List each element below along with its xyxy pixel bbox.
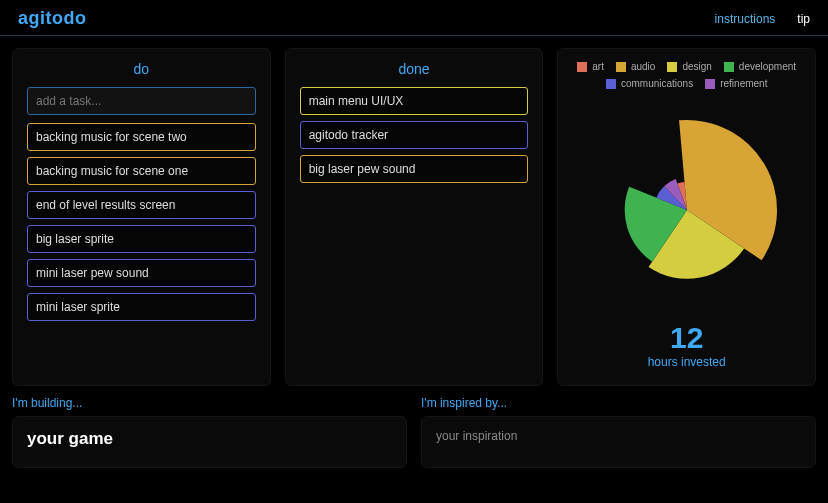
legend-swatch <box>705 79 715 89</box>
legend-swatch <box>606 79 616 89</box>
do-panel: do backing music for scene twobacking mu… <box>12 48 271 386</box>
legend-label: development <box>739 61 796 72</box>
task-item[interactable]: backing music for scene two <box>27 123 256 151</box>
legend-item: art <box>577 61 604 72</box>
task-item[interactable]: end of level results screen <box>27 191 256 219</box>
hours-number: 12 <box>670 323 703 353</box>
do-task-list: backing music for scene twobacking music… <box>27 123 256 321</box>
task-item[interactable]: big laser pew sound <box>300 155 529 183</box>
task-item[interactable]: backing music for scene one <box>27 157 256 185</box>
building-block: I'm building... your game <box>12 396 407 468</box>
header: agitodo instructions tip <box>0 0 828 36</box>
legend-swatch <box>667 62 677 72</box>
task-item[interactable]: agitodo tracker <box>300 121 529 149</box>
building-value[interactable]: your game <box>12 416 407 468</box>
legend-label: design <box>682 61 711 72</box>
done-title: done <box>300 61 529 77</box>
chart-wrap <box>587 97 787 323</box>
hours-label: hours invested <box>648 355 726 369</box>
legend-swatch <box>724 62 734 72</box>
add-task-input[interactable] <box>27 87 256 115</box>
task-item[interactable]: main menu UI/UX <box>300 87 529 115</box>
pie-chart <box>587 110 787 310</box>
legend-swatch <box>577 62 587 72</box>
done-panel: done main menu UI/UXagitodo trackerbig l… <box>285 48 544 386</box>
stats-panel: artaudiodesigndevelopmentcommunicationsr… <box>557 48 816 386</box>
legend-swatch <box>616 62 626 72</box>
main-columns: do backing music for scene twobacking mu… <box>0 36 828 386</box>
inspired-value[interactable]: your inspiration <box>421 416 816 468</box>
legend-item: refinement <box>705 78 767 89</box>
task-item[interactable]: mini laser pew sound <box>27 259 256 287</box>
legend-label: art <box>592 61 604 72</box>
task-item[interactable]: big laser sprite <box>27 225 256 253</box>
legend-item: development <box>724 61 796 72</box>
legend-label: audio <box>631 61 655 72</box>
do-title: do <box>27 61 256 77</box>
legend-label: communications <box>621 78 693 89</box>
inspired-block: I'm inspired by... your inspiration <box>421 396 816 468</box>
task-item[interactable]: mini laser sprite <box>27 293 256 321</box>
legend-item: audio <box>616 61 655 72</box>
brand-logo: agitodo <box>18 8 87 29</box>
bottom-row: I'm building... your game I'm inspired b… <box>0 386 828 468</box>
inspired-label: I'm inspired by... <box>421 396 816 410</box>
chart-legend: artaudiodesigndevelopmentcommunicationsr… <box>572 61 801 89</box>
nav-instructions-link[interactable]: instructions <box>715 12 776 26</box>
legend-item: design <box>667 61 711 72</box>
legend-label: refinement <box>720 78 767 89</box>
done-task-list: main menu UI/UXagitodo trackerbig laser … <box>300 87 529 183</box>
nav: instructions tip <box>715 12 810 26</box>
building-label: I'm building... <box>12 396 407 410</box>
nav-tip-link[interactable]: tip <box>797 12 810 26</box>
legend-item: communications <box>606 78 693 89</box>
